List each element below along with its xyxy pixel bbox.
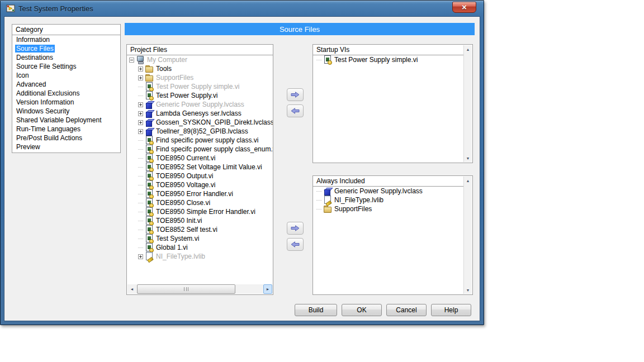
tree-row[interactable]: Test Power Supply simple.vi [127, 82, 273, 91]
section-header-bar: Source Files [125, 23, 475, 35]
add-startup-vi-button[interactable] [287, 88, 304, 101]
scrollbar-thumb[interactable] [137, 284, 235, 294]
tree-row[interactable]: Gossen_SYSKON_GPIB_Direkt.lvclass [127, 118, 273, 127]
list-item[interactable]: Generic Power Supply.lvclass [313, 187, 463, 196]
tree-row[interactable]: SupportFiles [127, 73, 273, 82]
tree-row[interactable]: Lambda Genesys ser.lvclass [127, 109, 273, 118]
tree-row[interactable]: NI_FileType.lvlib [127, 252, 273, 261]
expand-toggle-icon[interactable] [138, 194, 143, 194]
category-item[interactable]: Additional Exclusions [12, 89, 120, 98]
expand-toggle-icon[interactable] [138, 75, 143, 80]
tree-row[interactable]: Find specific power supply class.vi [127, 136, 273, 145]
expand-toggle-icon[interactable] [138, 66, 143, 72]
ok-button[interactable]: OK [342, 304, 382, 316]
tree-row[interactable]: TOE8950 Current.vi [127, 154, 273, 163]
category-item[interactable]: Icon [12, 71, 120, 80]
cube-icon [145, 109, 154, 118]
scroll-up-icon[interactable]: ▲ [464, 45, 472, 53]
tree-row[interactable]: Find specifc power supply class_enum.v [127, 145, 273, 154]
expand-toggle-icon[interactable] [138, 230, 143, 230]
tree-row[interactable]: TOE8950 Output.vi [127, 172, 273, 180]
tree-row[interactable]: TOE8952 Set Voltage Limit Value.vi [127, 163, 273, 172]
tree-row[interactable]: Global 1.vi [127, 243, 273, 252]
remove-always-included-button[interactable] [287, 238, 304, 251]
help-button[interactable]: Help [431, 304, 471, 316]
test-system-properties-dialog: Test System Properties × Category Inform… [0, 0, 484, 325]
category-item[interactable]: Preview [12, 142, 120, 151]
list-item-label: Test Power Supply simple.vi [334, 56, 420, 64]
category-item[interactable]: Run-Time Languages [12, 125, 120, 134]
tree-row[interactable]: Toellner_89(8)52_GPIB.lvclass [127, 127, 273, 136]
category-item-label: Run-Time Languages [15, 125, 82, 133]
tree-item-label: NI_FileType.lvlib [156, 253, 207, 260]
tree-connector [316, 191, 321, 192]
close-button[interactable]: × [452, 2, 476, 13]
tree-row[interactable]: Generic Power Supply.lvclass [127, 100, 273, 109]
category-item[interactable]: Information [12, 35, 120, 44]
category-item[interactable]: Shared Variable Deployment [12, 116, 120, 125]
expand-toggle-icon[interactable] [138, 176, 143, 177]
list-item-label: Generic Power Supply.lvclass [334, 187, 425, 195]
category-item[interactable]: Pre/Post Build Actions [12, 134, 120, 142]
vi-icon [145, 154, 154, 163]
category-item[interactable]: Windows Security [12, 107, 120, 116]
expand-toggle-icon[interactable] [129, 58, 134, 63]
expand-toggle-icon[interactable] [138, 167, 143, 168]
add-always-included-button[interactable] [287, 222, 304, 235]
expand-toggle-icon[interactable] [138, 158, 143, 159]
vertical-scrollbar[interactable]: ▲ ▼ [463, 177, 472, 294]
expand-toggle-icon[interactable] [138, 87, 143, 87]
expand-toggle-icon[interactable] [138, 185, 143, 185]
tree-row[interactable]: Tools [127, 64, 273, 73]
expand-toggle-icon[interactable] [138, 254, 143, 259]
expand-toggle-icon[interactable] [138, 120, 143, 125]
category-item-label: Shared Variable Deployment [15, 116, 103, 124]
scroll-up-icon[interactable]: ▲ [464, 177, 472, 184]
expand-toggle-icon[interactable] [138, 239, 143, 239]
expand-toggle-icon[interactable] [138, 247, 143, 248]
scroll-down-icon[interactable]: ▼ [464, 154, 472, 162]
tree-row[interactable]: TOE8950 Init.vi [127, 216, 273, 225]
scroll-right-icon[interactable]: ► [263, 284, 272, 294]
expand-toggle-icon[interactable] [138, 212, 143, 212]
tree-row[interactable]: Test System.vi [127, 234, 273, 243]
expand-toggle-icon[interactable] [138, 102, 143, 107]
list-item[interactable]: Test Power Supply simple.vi [313, 55, 463, 64]
cancel-button[interactable]: Cancel [386, 304, 427, 316]
vertical-scrollbar[interactable]: ▲ ▼ [463, 45, 472, 162]
scroll-down-icon[interactable]: ▼ [464, 286, 472, 294]
horizontal-scrollbar[interactable]: ◄ ► [127, 284, 272, 294]
expand-toggle-icon[interactable] [138, 111, 143, 116]
category-item[interactable]: Source File Settings [12, 62, 120, 71]
remove-startup-vi-button[interactable] [287, 104, 304, 117]
vi-icon [145, 91, 154, 100]
scroll-left-icon[interactable]: ◄ [127, 284, 136, 294]
tree-row[interactable]: TOE8950 Error Handler.vi [127, 189, 273, 198]
tree-row[interactable]: TOE8852 Self test.vi [127, 225, 273, 234]
expand-toggle-icon[interactable] [138, 129, 143, 134]
category-item[interactable]: Source Files [12, 44, 120, 53]
tree-item-label: Toellner_89(8)52_GPIB.lvclass [156, 127, 250, 135]
tree-item-label: My Computer [147, 56, 190, 64]
expand-toggle-icon[interactable] [138, 140, 143, 141]
expand-toggle-icon[interactable] [138, 96, 143, 96]
tree-row[interactable]: My Computer [127, 55, 273, 64]
scrollbar-track[interactable] [137, 284, 263, 294]
tree-row[interactable]: TOE8950 Close.vi [127, 198, 273, 207]
expand-toggle-icon[interactable] [138, 149, 143, 150]
tree-item-label: TOE8952 Set Voltage Limit Value.vi [156, 163, 264, 171]
tree-row[interactable]: TOE8950 Simple Error Handler.vi [127, 207, 273, 216]
category-item[interactable]: Destinations [12, 53, 120, 62]
category-item-label: Windows Security [15, 107, 70, 115]
expand-toggle-icon[interactable] [138, 203, 143, 203]
expand-toggle-icon[interactable] [138, 221, 143, 221]
category-item[interactable]: Advanced [12, 80, 120, 89]
build-button[interactable]: Build [295, 304, 337, 316]
list-item[interactable]: SupportFiles [313, 204, 463, 213]
thumb-grip-icon [184, 287, 188, 291]
tree-row[interactable]: TOE8950 Voltage.vi [127, 180, 273, 189]
tree-row[interactable]: Test Power Supply.vi [127, 91, 273, 100]
category-item[interactable]: Version Information [12, 98, 120, 107]
startup-vis-list: Test Power Supply simple.vi [313, 55, 463, 64]
list-item[interactable]: NI_FileType.lvlib [313, 196, 463, 204]
